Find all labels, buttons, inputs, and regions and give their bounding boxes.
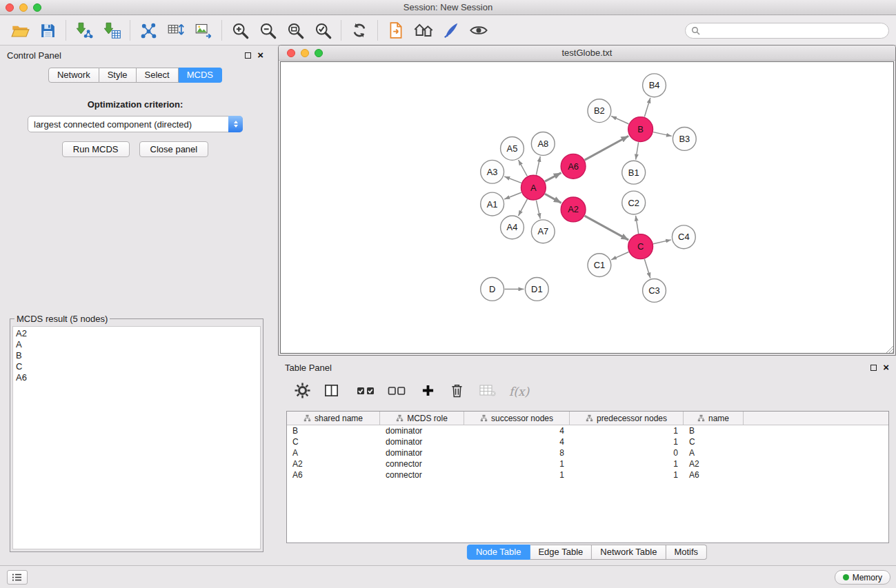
graph-node-C4[interactable]: C4 [672, 225, 695, 249]
table-tab-edge-table[interactable]: Edge Table [530, 545, 592, 560]
search-box[interactable] [685, 23, 889, 39]
control-tab-select[interactable]: Select [137, 68, 179, 83]
column-header-name[interactable]: name [684, 412, 744, 425]
import-table-button[interactable] [100, 18, 123, 43]
graph-edge-B-B1[interactable] [636, 142, 639, 159]
graph-node-A5[interactable]: A5 [501, 136, 524, 160]
mcds-result-list[interactable]: A2ABCA6 [12, 326, 261, 549]
graph-edge-C-C4[interactable] [653, 240, 671, 244]
graph-edge-A-A5[interactable] [519, 160, 528, 176]
import-network-button[interactable] [72, 18, 96, 43]
add-row-button[interactable] [421, 384, 435, 399]
graph-node-A8[interactable]: A8 [531, 132, 555, 156]
search-input[interactable] [704, 26, 883, 36]
control-tab-network[interactable]: Network [48, 68, 99, 83]
table-tab-node-table[interactable]: Node Table [467, 545, 530, 560]
table-row[interactable]: A6connector11A6 [287, 469, 888, 480]
graph-edge-A2-C[interactable] [585, 216, 629, 240]
memory-button[interactable]: Memory [835, 570, 890, 585]
annotation-pen-button[interactable] [439, 18, 463, 43]
mcds-result-item[interactable]: A2 [16, 328, 257, 339]
optimization-criterion-select[interactable]: largest connected component (directed) [28, 116, 243, 132]
column-visibility-button[interactable] [323, 383, 339, 401]
close-panel-icon[interactable]: × [257, 52, 263, 59]
graph-node-A1[interactable]: A1 [481, 192, 504, 216]
graph-node-B2[interactable]: B2 [588, 99, 611, 123]
first-neighbors-button[interactable] [384, 18, 408, 43]
graph-edge-A-A8[interactable] [536, 156, 540, 175]
graph-node-A6[interactable]: A6 [561, 154, 586, 179]
mcds-result-item[interactable]: B [16, 350, 257, 361]
resize-grip-icon[interactable] [886, 345, 893, 353]
graph-node-A2[interactable]: A2 [561, 197, 586, 222]
select-all-button[interactable] [357, 385, 375, 398]
graph-node-A4[interactable]: A4 [501, 216, 524, 239]
table-row[interactable]: Cdominator41C [287, 436, 888, 447]
network-window-titlebar[interactable]: testGlobe.txt [279, 45, 895, 61]
zoom-in-button[interactable] [228, 18, 252, 43]
show-details-button[interactable] [467, 18, 490, 43]
graph-node-C2[interactable]: C2 [622, 191, 646, 214]
graph-edge-A-A1[interactable] [504, 192, 521, 199]
task-history-button[interactable] [7, 570, 28, 585]
home-button[interactable] [412, 18, 435, 43]
graph-node-A7[interactable]: A7 [531, 220, 555, 243]
graph-edge-B-B2[interactable] [611, 116, 628, 123]
column-header-predecessor-nodes[interactable]: predecessor nodes [570, 412, 684, 425]
graph-edge-C-C1[interactable] [611, 252, 628, 259]
graph-node-A[interactable]: A [521, 175, 546, 200]
float-table-panel-icon[interactable] [870, 365, 877, 371]
graph-node-B4[interactable]: B4 [643, 74, 666, 97]
graph-node-C[interactable]: C [628, 234, 653, 259]
graph-edge-A-A7[interactable] [536, 201, 540, 219]
column-header-shared-name[interactable]: shared name [287, 412, 380, 425]
control-tab-style[interactable]: Style [99, 68, 137, 83]
graph-node-D1[interactable]: D1 [525, 278, 548, 301]
zoom-fit-button[interactable] [283, 18, 307, 43]
save-session-button[interactable] [36, 18, 59, 43]
open-session-button[interactable] [8, 18, 32, 43]
graph-edge-B-B4[interactable] [644, 98, 650, 117]
close-table-panel-icon[interactable]: × [883, 364, 889, 371]
graph-edge-A-A2[interactable] [545, 194, 561, 203]
mcds-result-item[interactable]: A [16, 339, 257, 350]
graph-edge-A-A4[interactable] [518, 199, 527, 216]
show-tables-button[interactable] [164, 18, 188, 43]
export-image-button[interactable] [192, 18, 215, 43]
graph-node-A3[interactable]: A3 [481, 160, 504, 183]
run-mcds-button[interactable]: Run MCDS [62, 141, 130, 157]
table-row[interactable]: Adominator80A [287, 447, 888, 458]
graph-edge-C-C2[interactable] [636, 216, 639, 234]
graph-edge-A6-B[interactable] [585, 136, 629, 160]
column-header-mcds-role[interactable]: MCDS role [380, 412, 464, 425]
function-builder-button[interactable]: f(x) [509, 385, 529, 398]
close-panel-button[interactable]: Close panel [139, 141, 209, 157]
column-header-successor-nodes[interactable]: successor nodes [464, 412, 570, 425]
graph-node-B1[interactable]: B1 [622, 161, 646, 184]
float-panel-icon[interactable] [245, 52, 251, 59]
graph-edge-A-A3[interactable] [504, 176, 521, 183]
graph-node-C3[interactable]: C3 [643, 279, 666, 303]
graph-node-C1[interactable]: C1 [588, 254, 611, 277]
graph-node-B[interactable]: B [628, 117, 653, 142]
zoom-out-button[interactable] [256, 18, 279, 43]
deselect-all-button[interactable] [388, 385, 406, 398]
zoom-selected-button[interactable] [311, 18, 335, 43]
table-row[interactable]: A2connector11A2 [287, 458, 888, 469]
network-canvas[interactable]: B4B2BB3A5A8A6B1A3AC2A1A2A4A7C4CC1C3DD1 [280, 61, 894, 354]
graph-node-B3[interactable]: B3 [673, 128, 696, 151]
mcds-result-item[interactable]: A6 [16, 372, 257, 383]
graph-edge-A-A6[interactable] [545, 173, 561, 182]
refresh-button[interactable] [348, 18, 371, 43]
graph-node-D[interactable]: D [481, 278, 504, 301]
control-tab-mcds[interactable]: MCDS [179, 68, 222, 83]
new-network-button[interactable] [137, 18, 160, 43]
mcds-result-item[interactable]: C [16, 361, 257, 372]
delete-rows-button[interactable] [450, 383, 464, 400]
graph-edge-C-C3[interactable] [644, 259, 650, 278]
table-tab-network-table[interactable]: Network Table [592, 545, 666, 560]
table-row[interactable]: Bdominator41B [287, 425, 888, 436]
graph-edge-B-B3[interactable] [653, 132, 672, 136]
table-tab-motifs[interactable]: Motifs [666, 545, 707, 560]
table-settings-button[interactable] [295, 383, 310, 401]
